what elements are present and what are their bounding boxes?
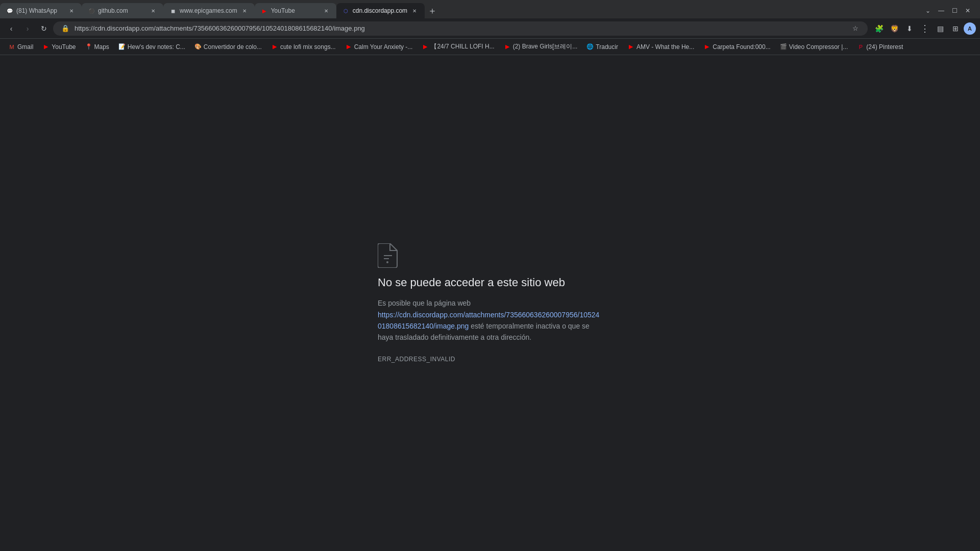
address-icons: ☆ [849, 22, 862, 35]
bookmark-chill[interactable]: ▶ 【24/7 CHILL LOFI H... [418, 40, 498, 53]
reload-button[interactable]: ↻ [37, 21, 51, 36]
whatsapp-favicon: 💬 [6, 7, 13, 14]
toolbar-right: 🧩 🦁 ⬇ ⋮ ▤ ⊞ A [872, 21, 976, 36]
bookmark-brave-label: (2) Brave Girls[브레이... [513, 42, 578, 51]
discord-favicon: ⬡ [342, 7, 350, 14]
tab-github-title: github.com [98, 7, 146, 14]
minimize-button[interactable]: — [935, 5, 947, 17]
bookmark-youtube[interactable]: ▶ YouTube [38, 41, 80, 53]
tab-youtube-close[interactable]: ✕ [322, 7, 330, 15]
title-bar: 💬 (81) WhatsApp ✕ ⚫ github.com ✕ ◼ www.e… [0, 0, 980, 18]
address-text: https://cdn.discordapp.com/attachments/7… [75, 24, 846, 32]
chill-favicon: ▶ [422, 43, 429, 51]
video-favicon: 🎬 [780, 43, 787, 51]
brave-favicon: ▶ [504, 43, 511, 51]
bookmark-lofi-label: cute lofi mix songs... [280, 43, 336, 51]
bookmark-color-label: Convertidor de colo... [204, 43, 262, 51]
svg-point-2 [386, 261, 388, 263]
lofi-favicon: ▶ [271, 43, 278, 51]
bookmark-gmail-label: Gmail [17, 43, 33, 51]
tab-github[interactable]: ⚫ github.com ✕ [82, 3, 163, 18]
maximize-button[interactable]: ☐ [948, 5, 961, 17]
tab-youtube[interactable]: ▶ YouTube ✕ [255, 3, 336, 18]
nav-bar: ‹ › ↻ 🔒 https://cdn.discordapp.com/attac… [0, 18, 980, 39]
maps-favicon: 📍 [85, 43, 92, 51]
tab-whatsapp-close[interactable]: ✕ [67, 7, 76, 15]
bookmark-youtube-label: YouTube [52, 43, 76, 51]
bookmark-chill-label: 【24/7 CHILL LOFI H... [431, 42, 494, 51]
brave-shield-icon[interactable]: 🦁 [887, 21, 901, 36]
error-title: No se puede acceder a este sitio web [378, 276, 565, 289]
bookmarks-bar: M Gmail ▶ YouTube 📍 Maps 📝 Hew's dev not… [0, 39, 980, 55]
browser-window: 💬 (81) WhatsApp ✕ ⚫ github.com ✕ ◼ www.e… [0, 0, 980, 551]
downloads-button[interactable]: ⬇ [902, 21, 917, 36]
gmail-favicon: M [8, 43, 15, 51]
error-body-start: Es posible que la página web https://cdn… [378, 297, 602, 343]
tab-whatsapp[interactable]: 💬 (81) WhatsApp ✕ [0, 3, 82, 18]
bookmark-hew[interactable]: 📝 Hew's dev notes: C... [114, 41, 189, 53]
tab-discord-close[interactable]: ✕ [410, 7, 419, 15]
bookmark-calm-label: Calm Your Anxiety -... [354, 43, 413, 51]
tab-epicgames-title: www.epicgames.com [180, 7, 237, 14]
lock-icon: 🔒 [59, 22, 71, 35]
close-window-button[interactable]: ✕ [962, 5, 974, 17]
tab-search-button[interactable]: ⌄ [922, 5, 934, 17]
bookmark-lofi[interactable]: ▶ cute lofi mix songs... [267, 41, 340, 53]
tabs-area: 💬 (81) WhatsApp ✕ ⚫ github.com ✕ ◼ www.e… [0, 3, 916, 18]
bookmark-carpeta[interactable]: ▶ Carpeta Found:000... [699, 41, 774, 53]
new-tab-button[interactable]: ＋ [425, 3, 440, 18]
address-bar[interactable]: 🔒 https://cdn.discordapp.com/attachments… [53, 21, 868, 36]
bookmark-pinterest[interactable]: P (24) Pinterest [853, 41, 907, 53]
bookmark-calm[interactable]: ▶ Calm Your Anxiety -... [341, 41, 417, 53]
bookmark-traducir-label: Traducir [596, 43, 618, 51]
pinterest-favicon: P [857, 43, 864, 51]
error-code: ERR_ADDRESS_INVALID [378, 356, 455, 363]
main-content: No se puede acceder a este sitio web Es … [0, 55, 980, 551]
window-controls: ⌄ — ☐ ✕ [916, 3, 980, 18]
tab-epicgames-close[interactable]: ✕ [240, 7, 249, 15]
extensions-button[interactable]: 🧩 [872, 21, 886, 36]
split-view-button[interactable]: ⊞ [948, 21, 963, 36]
amv-favicon: ▶ [627, 43, 634, 51]
bookmark-video[interactable]: 🎬 Video Compressor |... [776, 41, 852, 53]
bookmark-maps[interactable]: 📍 Maps [81, 41, 113, 53]
profile-avatar[interactable]: A [964, 22, 976, 35]
bookmark-gmail[interactable]: M Gmail [4, 41, 37, 53]
github-favicon: ⚫ [88, 7, 95, 14]
bookmark-amv[interactable]: ▶ AMV - What the He... [623, 41, 698, 53]
calm-favicon: ▶ [345, 43, 352, 51]
tab-whatsapp-title: (81) WhatsApp [16, 7, 64, 14]
tab-discord-title: cdn.discordapp.com [353, 7, 407, 14]
tab-epicgames[interactable]: ◼ www.epicgames.com ✕ [163, 3, 255, 18]
error-icon [378, 243, 398, 264]
tab-youtube-title: YouTube [271, 7, 319, 14]
youtube-favicon: ▶ [261, 7, 268, 14]
bookmark-maps-label: Maps [94, 43, 109, 51]
bookmark-brave[interactable]: ▶ (2) Brave Girls[브레이... [500, 40, 582, 53]
back-button[interactable]: ‹ [4, 21, 18, 36]
hew-favicon: 📝 [118, 43, 126, 51]
carpeta-favicon: ▶ [703, 43, 710, 51]
bookmark-hew-label: Hew's dev notes: C... [128, 43, 185, 51]
tab-discord[interactable]: ⬡ cdn.discordapp.com ✕ [336, 3, 425, 18]
bookmark-star-icon[interactable]: ☆ [849, 22, 862, 35]
forward-button[interactable]: › [20, 21, 35, 36]
traducir-favicon: 🌐 [586, 43, 594, 51]
bookmark-color[interactable]: 🎨 Convertidor de colo... [190, 41, 266, 53]
bookmark-pinterest-label: (24) Pinterest [866, 43, 903, 51]
bookmark-carpeta-label: Carpeta Found:000... [713, 43, 770, 51]
color-favicon: 🎨 [194, 43, 202, 51]
error-body-start-text: Es posible que la página web [378, 299, 471, 307]
youtube-bm-favicon: ▶ [42, 43, 50, 51]
epicgames-favicon: ◼ [169, 7, 177, 14]
bookmark-amv-label: AMV - What the He... [636, 43, 694, 51]
more-button[interactable]: ⋮ [918, 21, 932, 36]
bookmark-traducir[interactable]: 🌐 Traducir [582, 41, 622, 53]
tab-github-close[interactable]: ✕ [149, 7, 157, 15]
error-container: No se puede acceder a este sitio web Es … [368, 233, 612, 373]
bookmark-video-label: Video Compressor |... [789, 43, 848, 51]
sidebar-toggle-button[interactable]: ▤ [933, 21, 947, 36]
